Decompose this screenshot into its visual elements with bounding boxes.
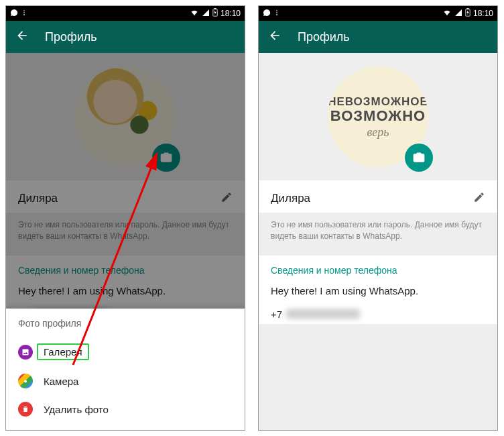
avatar-zone: НЕВОЗМОЖНОЕ ВОЗМОЖНО верь — [259, 53, 497, 180]
phone-rest-blurred — [286, 309, 360, 319]
remove-label: Удалить фото — [44, 404, 109, 415]
name-hint: Это не имя пользователя или пароль. Данн… — [259, 213, 497, 252]
more-icon — [273, 9, 280, 19]
gallery-label-highlight: Галерея — [37, 343, 89, 360]
svg-point-2 — [23, 14, 25, 15]
appbar: Профиль — [6, 21, 245, 53]
phone-prefix: +7 — [271, 309, 282, 320]
whatsapp-icon — [10, 9, 18, 19]
battery-icon — [465, 8, 470, 19]
camera-icon — [18, 374, 33, 388]
gallery-label: Галерея — [44, 346, 82, 358]
about-section: Сведения и номер телефона Hey there! I a… — [259, 256, 497, 324]
name-row[interactable]: Диляра — [259, 180, 497, 213]
section-title: Сведения и номер телефона — [18, 265, 233, 276]
svg-rect-11 — [466, 8, 468, 9]
name-hint: Это не имя пользователя или пароль. Данн… — [6, 213, 245, 252]
phone-screen-right: 18:10 Профиль НЕВОЗМОЖНОЕ ВОЗМОЖНО верь … — [258, 5, 498, 431]
change-photo-button[interactable] — [152, 144, 180, 172]
phone-screen-left: 18:10 Профиль Диляра Это не имя пользова… — [5, 5, 245, 431]
statusbar-time: 18:10 — [473, 9, 493, 18]
whatsapp-icon — [263, 9, 271, 19]
svg-point-5 — [24, 380, 27, 383]
avatar-text-1: НЕВОЗМОЖНОЕ — [328, 96, 428, 107]
svg-point-1 — [23, 12, 25, 13]
back-button[interactable] — [268, 29, 281, 45]
profile-name: Диляра — [271, 192, 310, 205]
bottomsheet-title: Фото профиля — [18, 318, 233, 329]
phone-number[interactable]: +7 — [271, 309, 485, 320]
photo-bottomsheet: Фото профиля Галерея Камера Удалить фото — [6, 309, 245, 430]
signal-icon — [454, 9, 462, 19]
appbar: Профиль — [259, 21, 497, 53]
edit-name-icon[interactable] — [473, 191, 485, 206]
gallery-icon — [18, 345, 33, 360]
avatar-text-3: верь — [367, 126, 389, 138]
edit-name-icon[interactable] — [220, 191, 233, 206]
status-text[interactable]: Hey there! I am using WhatsApp. — [18, 285, 233, 296]
option-remove-photo[interactable]: Удалить фото — [18, 395, 233, 423]
svg-point-9 — [276, 14, 277, 15]
svg-point-7 — [276, 10, 277, 11]
avatar-zone — [6, 53, 245, 180]
back-button[interactable] — [15, 29, 29, 45]
statusbar-time: 18:10 — [220, 9, 241, 18]
statusbar: 18:10 — [6, 6, 245, 21]
signal-icon — [202, 9, 210, 19]
page-title: Профиль — [298, 30, 350, 44]
battery-icon — [212, 8, 218, 19]
trash-icon — [18, 402, 33, 417]
option-gallery[interactable]: Галерея — [18, 337, 233, 367]
option-camera[interactable]: Камера — [18, 367, 233, 395]
status-text[interactable]: Hey there! I am using WhatsApp. — [271, 285, 485, 296]
section-title: Сведения и номер телефона — [271, 265, 485, 276]
wifi-icon — [190, 9, 199, 19]
more-icon — [21, 9, 27, 19]
svg-point-0 — [23, 10, 25, 11]
name-row[interactable]: Диляра — [6, 180, 245, 213]
svg-point-8 — [276, 12, 277, 13]
statusbar: 18:10 — [259, 6, 497, 21]
change-photo-button[interactable] — [405, 144, 433, 172]
page-title: Профиль — [45, 30, 97, 44]
svg-rect-4 — [214, 8, 216, 9]
wifi-icon — [442, 9, 452, 19]
profile-name: Диляра — [18, 192, 58, 205]
camera-label: Камера — [44, 376, 78, 387]
avatar-text-2: ВОЗМОЖНО — [330, 109, 426, 123]
